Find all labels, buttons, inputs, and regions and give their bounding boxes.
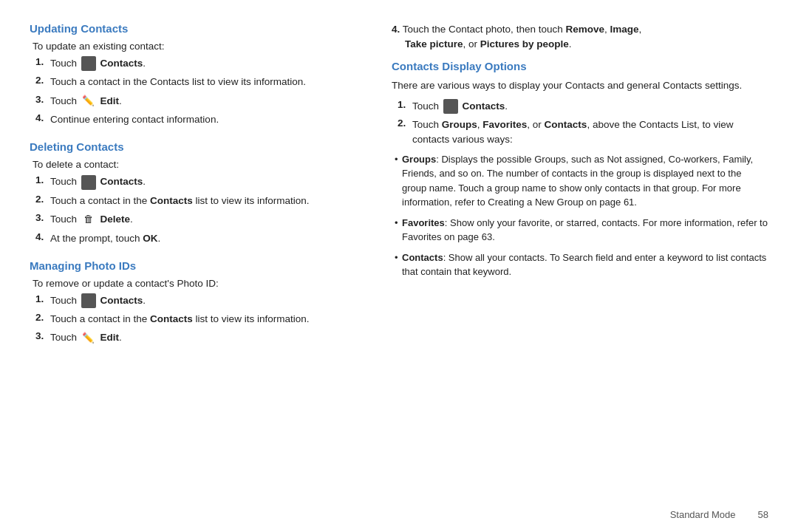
step-content: Touch ✏️ Edit. — [50, 330, 362, 345]
step-number: 2. — [35, 194, 47, 205]
contacts-display-title: Contacts Display Options — [392, 60, 768, 72]
step-item: 3. Touch ✏️ Edit. — [35, 330, 362, 345]
footer-label: Standard Mode — [670, 509, 736, 520]
step-content: Touch ✏️ Edit. — [50, 94, 362, 109]
step-content: Touch Contacts. — [50, 293, 362, 308]
step-number: 3. — [35, 212, 47, 223]
updating-contacts-steps: 1. Touch Contacts. 2. Touch a contact in… — [30, 56, 362, 127]
page-number: 58 — [758, 509, 768, 520]
left-column: Updating Contacts To update an existing … — [30, 22, 384, 510]
display-options-bullets: Groups: Displays the possible Groups, su… — [392, 152, 768, 279]
step-bold: Contacts — [463, 100, 505, 112]
step-content: Continue entering contact information. — [50, 112, 362, 127]
section-managing-photo-ids: Managing Photo IDs To remove or update a… — [30, 259, 362, 346]
step-content: Touch a contact in the Contacts list to … — [50, 194, 362, 208]
updating-contacts-title: Updating Contacts — [30, 22, 362, 35]
bullet-favorites: Favorites: Show only your favorite, or s… — [395, 216, 768, 245]
contacts-icon — [81, 56, 96, 71]
step-bold: Edit — [100, 95, 120, 106]
contacts-icon — [81, 175, 96, 190]
step-content: Touch Groups, Favorites, or Contacts, ab… — [412, 117, 768, 148]
step-bold: Edit — [100, 332, 120, 343]
right-column: 4. Touch the Contact photo, then touch R… — [384, 22, 768, 510]
contacts-display-desc: There are various ways to display your C… — [392, 78, 768, 93]
contacts-label: Contacts — [402, 252, 443, 263]
bullet-contacts: Contacts: Show all your contacts. To Sea… — [395, 250, 768, 279]
step-item: 2. Touch a contact in the Contacts list … — [35, 312, 362, 327]
favorites-label: Favorites — [402, 217, 445, 228]
step4-continuation: 4. Touch the Contact photo, then touch R… — [392, 22, 768, 52]
section-deleting-contacts: Deleting Contacts To delete a contact: 1… — [30, 140, 362, 245]
deleting-contacts-steps: 1. Touch Contacts. 2. Touch a contact in… — [30, 174, 362, 245]
step-number: 3. — [35, 94, 47, 105]
step-number: 3. — [35, 330, 47, 341]
managing-photo-ids-intro: To remove or update a contact's Photo ID… — [30, 278, 362, 289]
step-number: 1. — [35, 293, 47, 304]
remove-label: Remove — [565, 24, 604, 35]
step-bold: Contacts — [100, 295, 143, 306]
deleting-contacts-intro: To delete a contact: — [30, 159, 362, 170]
step-item: 3. Touch 🗑 Delete. — [35, 212, 362, 227]
step-item: 2. Touch a contact in the Contacts list … — [35, 194, 362, 208]
step-number: 2. — [35, 75, 47, 86]
step-number: 1. — [35, 56, 47, 67]
take-picture-label: Take picture — [405, 38, 463, 50]
step-content: At the prompt, touch OK. — [50, 231, 362, 246]
edit-icon: ✏️ — [81, 331, 96, 346]
image-label: Image — [610, 24, 638, 35]
contacts-display-steps: 1. Touch Contacts. 2. Touch Groups, Favo… — [392, 99, 768, 148]
step-item: 2. Touch a contact in the Contacts list … — [35, 75, 362, 89]
step-item: 4. Continue entering contact information… — [35, 112, 362, 127]
step-content: Touch Contacts. — [412, 99, 768, 114]
step-content: Touch a contact in the Contacts list to … — [50, 312, 362, 327]
step-bold: Delete — [100, 214, 131, 225]
managing-photo-ids-steps: 1. Touch Contacts. 2. Touch a contact in… — [30, 293, 362, 346]
step-number: 4. — [392, 24, 400, 35]
managing-photo-ids-title: Managing Photo IDs — [30, 259, 362, 272]
step-bold: Contacts — [100, 58, 143, 69]
step-item: 1. Touch Contacts. — [398, 99, 768, 114]
step-number: 1. — [398, 99, 409, 110]
deleting-contacts-title: Deleting Contacts — [30, 140, 362, 153]
edit-icon: ✏️ — [81, 94, 96, 109]
step-number: 2. — [398, 117, 409, 129]
step-item: 1. Touch Contacts. — [35, 56, 362, 71]
contacts-icon — [81, 293, 96, 308]
step-item: 1. Touch Contacts. — [35, 293, 362, 308]
trash-icon: 🗑 — [81, 213, 96, 228]
contacts-icon — [443, 99, 458, 114]
step-number: 4. — [35, 231, 47, 242]
step-number: 2. — [35, 312, 47, 323]
step-content: Touch 🗑 Delete. — [50, 212, 362, 227]
step-content: Touch Contacts. — [50, 56, 362, 71]
step-number: 4. — [35, 112, 47, 123]
step-item: 1. Touch Contacts. — [35, 174, 362, 189]
bullet-groups: Groups: Displays the possible Groups, su… — [395, 152, 768, 210]
step-number: 1. — [35, 174, 47, 185]
updating-contacts-intro: To update an existing contact: — [30, 41, 362, 52]
step-item: 2. Touch Groups, Favorites, or Contacts,… — [398, 117, 768, 148]
page-footer: Standard Mode 58 — [670, 509, 768, 520]
section-updating-contacts: Updating Contacts To update an existing … — [30, 22, 362, 127]
pictures-by-people-label: Pictures by people — [480, 38, 569, 50]
step-content: Touch Contacts. — [50, 174, 362, 189]
step-item: 4. At the prompt, touch OK. — [35, 231, 362, 246]
step-bold: Contacts — [100, 176, 143, 187]
groups-label: Groups — [402, 154, 436, 165]
step-item: 3. Touch ✏️ Edit. — [35, 94, 362, 109]
section-contacts-display: Contacts Display Options There are vario… — [392, 60, 768, 279]
step-content: Touch a contact in the Contacts list to … — [50, 75, 362, 89]
